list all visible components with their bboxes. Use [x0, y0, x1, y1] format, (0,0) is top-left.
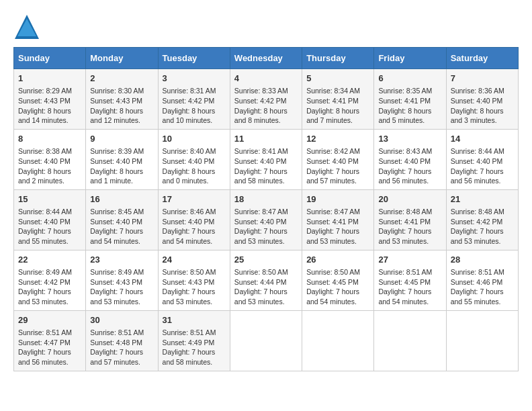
calendar-week-1: 1Sunrise: 8:29 AM Sunset: 4:43 PM Daylig… [14, 69, 519, 130]
day-number: 19 [306, 193, 369, 205]
calendar-cell: 22Sunrise: 8:49 AM Sunset: 4:42 PM Dayli… [14, 250, 86, 310]
day-header-friday: Friday [374, 48, 446, 69]
day-number: 5 [306, 73, 369, 85]
day-number: 7 [451, 73, 514, 85]
calendar-cell: 21Sunrise: 8:48 AM Sunset: 4:42 PM Dayli… [446, 189, 518, 250]
logo [13, 13, 43, 40]
day-number: 8 [18, 133, 81, 145]
day-number: 25 [234, 254, 298, 266]
calendar-cell: 25Sunrise: 8:50 AM Sunset: 4:44 PM Dayli… [230, 250, 302, 310]
day-info: Sunrise: 8:51 AM Sunset: 4:49 PM Dayligh… [163, 328, 226, 367]
calendar-cell: 24Sunrise: 8:50 AM Sunset: 4:43 PM Dayli… [158, 250, 230, 310]
day-number: 27 [378, 254, 441, 266]
day-info: Sunrise: 8:51 AM Sunset: 4:47 PM Dayligh… [18, 328, 81, 367]
day-number: 23 [90, 254, 153, 266]
day-info: Sunrise: 8:35 AM Sunset: 4:41 PM Dayligh… [378, 86, 441, 126]
calendar-cell: 8Sunrise: 8:38 AM Sunset: 4:40 PM Daylig… [14, 129, 86, 189]
day-info: Sunrise: 8:50 AM Sunset: 4:45 PM Dayligh… [306, 267, 369, 307]
calendar-cell: 18Sunrise: 8:47 AM Sunset: 4:40 PM Dayli… [230, 189, 302, 250]
calendar-cell: 30Sunrise: 8:51 AM Sunset: 4:48 PM Dayli… [86, 310, 158, 371]
day-info: Sunrise: 8:30 AM Sunset: 4:43 PM Dayligh… [90, 86, 153, 126]
calendar-cell: 27Sunrise: 8:51 AM Sunset: 4:45 PM Dayli… [374, 250, 446, 310]
day-info: Sunrise: 8:48 AM Sunset: 4:42 PM Dayligh… [451, 207, 514, 246]
day-number: 15 [18, 193, 81, 205]
calendar-cell: 10Sunrise: 8:40 AM Sunset: 4:40 PM Dayli… [158, 129, 230, 189]
calendar-cell [230, 310, 302, 371]
day-header-monday: Monday [86, 48, 158, 69]
day-info: Sunrise: 8:49 AM Sunset: 4:43 PM Dayligh… [90, 267, 153, 307]
page-header [13, 13, 519, 40]
day-info: Sunrise: 8:49 AM Sunset: 4:42 PM Dayligh… [18, 267, 81, 307]
day-number: 29 [18, 314, 81, 326]
calendar-cell: 26Sunrise: 8:50 AM Sunset: 4:45 PM Dayli… [302, 250, 374, 310]
day-number: 10 [163, 133, 226, 145]
day-info: Sunrise: 8:38 AM Sunset: 4:40 PM Dayligh… [18, 146, 81, 186]
calendar-cell: 19Sunrise: 8:47 AM Sunset: 4:41 PM Dayli… [302, 189, 374, 250]
calendar-cell [302, 310, 374, 371]
calendar-cell: 6Sunrise: 8:35 AM Sunset: 4:41 PM Daylig… [374, 69, 446, 130]
day-info: Sunrise: 8:36 AM Sunset: 4:40 PM Dayligh… [451, 86, 514, 126]
calendar-week-2: 8Sunrise: 8:38 AM Sunset: 4:40 PM Daylig… [14, 129, 519, 189]
day-number: 13 [378, 133, 441, 145]
day-info: Sunrise: 8:44 AM Sunset: 4:40 PM Dayligh… [18, 207, 81, 246]
day-number: 11 [234, 133, 298, 145]
day-info: Sunrise: 8:51 AM Sunset: 4:46 PM Dayligh… [451, 267, 514, 307]
calendar-cell: 17Sunrise: 8:46 AM Sunset: 4:40 PM Dayli… [158, 189, 230, 250]
day-header-wednesday: Wednesday [230, 48, 302, 69]
day-info: Sunrise: 8:47 AM Sunset: 4:41 PM Dayligh… [306, 207, 369, 246]
day-number: 24 [163, 254, 226, 266]
calendar-cell: 16Sunrise: 8:45 AM Sunset: 4:40 PM Dayli… [86, 189, 158, 250]
day-info: Sunrise: 8:45 AM Sunset: 4:40 PM Dayligh… [90, 207, 153, 246]
day-info: Sunrise: 8:42 AM Sunset: 4:40 PM Dayligh… [306, 146, 369, 186]
day-info: Sunrise: 8:51 AM Sunset: 4:45 PM Dayligh… [378, 267, 441, 307]
logo-icon [13, 13, 40, 40]
day-info: Sunrise: 8:50 AM Sunset: 4:44 PM Dayligh… [234, 267, 298, 307]
day-number: 16 [90, 193, 153, 205]
day-info: Sunrise: 8:41 AM Sunset: 4:40 PM Dayligh… [234, 146, 298, 186]
calendar-cell [374, 310, 446, 371]
day-info: Sunrise: 8:43 AM Sunset: 4:40 PM Dayligh… [378, 146, 441, 186]
day-number: 28 [451, 254, 514, 266]
calendar-cell: 3Sunrise: 8:31 AM Sunset: 4:42 PM Daylig… [158, 69, 230, 130]
day-header-tuesday: Tuesday [158, 48, 230, 69]
calendar-cell: 12Sunrise: 8:42 AM Sunset: 4:40 PM Dayli… [302, 129, 374, 189]
calendar-cell [446, 310, 518, 371]
day-number: 6 [378, 73, 441, 85]
calendar-header-row: SundayMondayTuesdayWednesdayThursdayFrid… [14, 48, 519, 69]
calendar-week-5: 29Sunrise: 8:51 AM Sunset: 4:47 PM Dayli… [14, 310, 519, 371]
day-number: 2 [90, 73, 153, 85]
day-number: 12 [306, 133, 369, 145]
calendar-cell: 7Sunrise: 8:36 AM Sunset: 4:40 PM Daylig… [446, 69, 518, 130]
calendar-cell: 14Sunrise: 8:44 AM Sunset: 4:40 PM Dayli… [446, 129, 518, 189]
day-info: Sunrise: 8:39 AM Sunset: 4:40 PM Dayligh… [90, 146, 153, 186]
calendar-cell: 20Sunrise: 8:48 AM Sunset: 4:41 PM Dayli… [374, 189, 446, 250]
day-number: 1 [18, 73, 81, 85]
day-number: 31 [163, 314, 226, 326]
day-number: 14 [451, 133, 514, 145]
day-number: 9 [90, 133, 153, 145]
day-number: 21 [451, 193, 514, 205]
day-info: Sunrise: 8:40 AM Sunset: 4:40 PM Dayligh… [163, 146, 226, 186]
day-number: 30 [90, 314, 153, 326]
calendar-cell: 4Sunrise: 8:33 AM Sunset: 4:42 PM Daylig… [230, 69, 302, 130]
svg-marker-1 [17, 19, 36, 36]
calendar-cell: 13Sunrise: 8:43 AM Sunset: 4:40 PM Dayli… [374, 129, 446, 189]
day-info: Sunrise: 8:50 AM Sunset: 4:43 PM Dayligh… [163, 267, 226, 307]
calendar-cell: 5Sunrise: 8:34 AM Sunset: 4:41 PM Daylig… [302, 69, 374, 130]
day-number: 22 [18, 254, 81, 266]
calendar-week-4: 22Sunrise: 8:49 AM Sunset: 4:42 PM Dayli… [14, 250, 519, 310]
day-number: 20 [378, 193, 441, 205]
calendar-cell: 31Sunrise: 8:51 AM Sunset: 4:49 PM Dayli… [158, 310, 230, 371]
calendar-cell: 29Sunrise: 8:51 AM Sunset: 4:47 PM Dayli… [14, 310, 86, 371]
calendar-cell: 1Sunrise: 8:29 AM Sunset: 4:43 PM Daylig… [14, 69, 86, 130]
day-number: 4 [234, 73, 298, 85]
day-number: 17 [163, 193, 226, 205]
calendar-cell: 23Sunrise: 8:49 AM Sunset: 4:43 PM Dayli… [86, 250, 158, 310]
calendar-table: SundayMondayTuesdayWednesdayThursdayFrid… [13, 47, 519, 371]
day-info: Sunrise: 8:44 AM Sunset: 4:40 PM Dayligh… [451, 146, 514, 186]
calendar-cell: 15Sunrise: 8:44 AM Sunset: 4:40 PM Dayli… [14, 189, 86, 250]
day-number: 3 [163, 73, 226, 85]
calendar-cell: 2Sunrise: 8:30 AM Sunset: 4:43 PM Daylig… [86, 69, 158, 130]
day-info: Sunrise: 8:31 AM Sunset: 4:42 PM Dayligh… [163, 86, 226, 126]
day-info: Sunrise: 8:51 AM Sunset: 4:48 PM Dayligh… [90, 328, 153, 367]
